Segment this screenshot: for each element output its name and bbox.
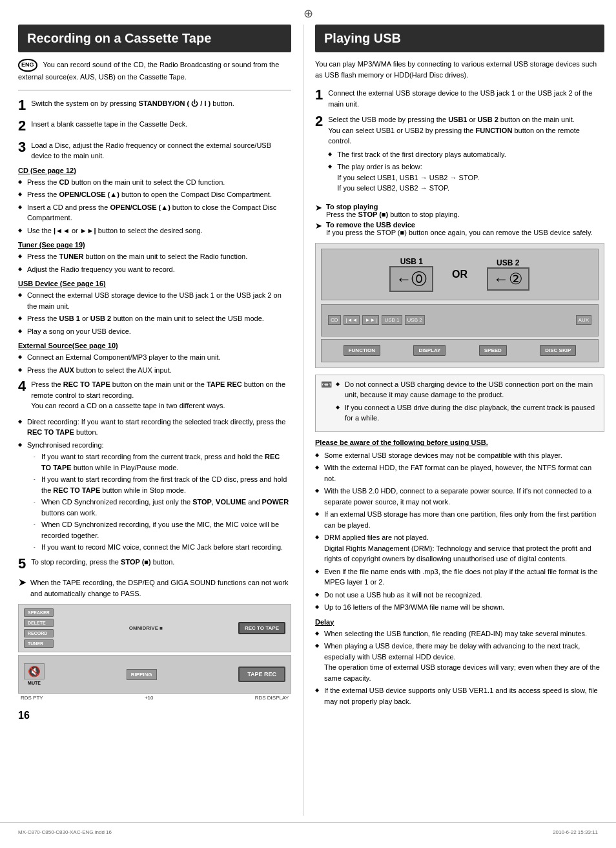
note-text: When the TAPE recording, the DSP/EQ and … [30,577,291,599]
usb1-arrow-icon: ←⓪ [389,266,433,292]
external-bullet-1: Connect an External Component/MP3 player… [18,352,291,363]
right-section-title: Playing USB [315,25,604,52]
tuner-bullet-list: Press the TUNER button on the main unit … [18,251,291,274]
page: ⊕ Recording on a Cassette Tape ENG You c… [0,0,616,848]
usb2-side-btn: USB 2 [405,315,425,325]
delay-list: When selecting the USB function, file re… [315,628,604,707]
speaker-btn: SPEAKER [24,608,54,617]
delay-3: If the external USB device supports only… [315,685,604,707]
delay-2: When playing a USB device, there may be … [315,641,604,683]
step4-direct-bullet: Direct recording: If you want to start r… [18,417,291,438]
usb1-port: USB 1 ←⓪ [387,257,436,292]
usb-ports-row: USB 1 ←⓪ OR USB 2 ←② [322,257,598,292]
warning-1: Do not connect a USB charging device to … [336,379,599,400]
step-1-num: 1 [18,98,26,114]
stop-playing-title: To stop playing [326,203,460,211]
stop-playing-text: Press the STOP (■) button to stop playin… [326,211,460,218]
compass-icon: ⊕ [303,6,313,21]
display-btn: DISPLAY [413,345,446,356]
right-step-2-block: 2 Select the USB mode by pressing the US… [315,114,604,198]
right-step-2-num: 2 [315,114,323,130]
disc-skip-btn: DISC SKIP [540,345,576,356]
remove-arrow-icon: ➤ [315,221,322,231]
cd-btn: CD [328,315,341,325]
step2-bullet-1: The first track of the first directory p… [328,149,604,160]
rds-labels: RDS PTY +10 RDS DISPLAY [18,694,291,702]
speed-btn: SPEED [479,345,507,356]
step-5-block: 5 To stop recording, press the STOP (■) … [18,557,291,572]
top-compass-bar: ⊕ [0,6,616,21]
aware-6: Even if the file name ends with .mp3, th… [315,566,604,588]
tape-rec-area: TAPE REC [238,667,285,682]
usb-device-bullet-list: Connect the external USB storage device … [18,290,291,336]
cd-bullet-4: Use the |◄◄ or ►►| button to select the … [18,225,291,236]
step-4-num: 4 [18,379,26,395]
function-btn: FUNCTION [344,345,380,356]
divider-1 [18,90,291,90]
usb-right-controls: AUX [576,315,591,325]
page-number: 16 [18,710,291,721]
usb-top-section: USB 1 ←⓪ OR USB 2 ←② [321,249,599,300]
mute-icon: 🔇 [24,663,45,679]
external-bullet-list: Connect an External Component/MP3 player… [18,352,291,375]
play-order-1: If you select USB1, USB1 → USB2 → STOP. [337,174,479,181]
usb-bottom-strip: CD |◄◄ ►►| USB 1 USB 2 AUX [321,304,599,336]
left-column: Recording on a Cassette Tape ENG You can… [0,25,303,816]
warning-block: 📼 Do not connect a USB charging device t… [315,375,604,432]
tuner-bullet-2: Adjust the Radio frequency you want to r… [18,264,291,275]
usb1-label: USB 1 [400,257,423,266]
aware-8: Up to 16 letters of the MP3/WMA file nam… [315,602,604,613]
stop-playing-block: ➤ To stop playing Press the STOP (■) but… [315,203,604,218]
note-arrow-icon: ➤ [18,576,26,588]
step2-bullets: The first track of the first directory p… [328,149,604,194]
usb1-side-btn: USB 1 [382,315,402,325]
remove-usb-content: To remove the USB device If you press th… [326,221,593,236]
external-section-title: External Source(See page 10) [18,342,291,349]
aware-4: If an external USB storage has more than… [315,509,604,530]
delay-title: Delay [315,618,604,626]
step-1-text: Switch the system on by pressing STANDBY… [31,98,291,109]
mute-label: MUTE [28,681,41,685]
cd-bullet-2: Press the OPEN/CLOSE (▲) button to open … [18,189,291,200]
step4-sync-bullet: Synchronised recording: If you want to s… [18,440,291,553]
eng-badge: ENG [18,59,37,72]
rec-to-tape-btn: REC TO TAPE [238,622,285,634]
cassette-right-controls: REC TO TAPE [238,622,285,634]
usb-bottom-controls: CD |◄◄ ►►| USB 1 USB 2 [328,315,425,325]
rds-display-label: RDS DISPLAY [255,695,289,701]
right-step-1-block: 1 Connect the external USB storage devic… [315,88,604,109]
step-3-text: Load a Disc, adjust the Radio frequency … [31,140,291,161]
step-5-text: To stop recording, press the STOP (■) bu… [31,557,291,568]
mute-area: 🔇 MUTE [24,663,45,685]
cassette-bot-device-img: 🔇 MUTE RIPPING TAPE REC [18,655,291,694]
external-bullet-2: Press the AUX button to select the AUX i… [18,365,291,376]
step-2-text: Insert a blank cassette tape in the Cass… [31,119,291,130]
stop-arrow-icon: ➤ [315,203,322,212]
tape-rec-big-btn: TAPE REC [238,667,285,682]
ripping-btn: RIPPING [127,669,157,680]
or-label: OR [452,269,467,280]
remove-usb-title: To remove the USB device [326,221,593,229]
footer-date: 2010-6-22 15:33:11 [553,829,598,835]
plus10-label: +10 [145,695,154,701]
sync-sub-5: If you want to record MIC voice, connect… [34,542,291,553]
aware-1: Some external USB storage devices may no… [315,450,604,461]
step-4-block: 4 Press the REC TO TAPE button on the ma… [18,379,291,411]
warning-list: Do not connect a USB charging device to … [336,379,599,424]
remove-usb-text: If you press the STOP (■) button once ag… [326,229,593,236]
cd-section-title: CD (See page 12) [18,167,291,174]
step-4-subtext: You can record a CD on a cassette tape i… [31,402,225,409]
right-step-1-num: 1 [315,88,323,103]
tuner-btn: TUNER [24,639,54,648]
warning-2: If you connect a USB drive during the di… [336,402,599,424]
usb-device-bullet-1: Connect the external USB storage device … [18,290,291,311]
delete-btn: DELETE [24,619,54,627]
left-section-title: Recording on a Cassette Tape [18,25,291,52]
sync-sub-3: When CD Synchronized recording, just onl… [34,497,291,518]
aware-5: DRM applied files are not played. Digita… [315,532,604,564]
omnidrive-label: OMNIDRIVE ■ [129,625,163,631]
usb-device-section-title: USB Device (See page 16) [18,280,291,287]
stop-playing-content: To stop playing Press the STOP (■) butto… [326,203,460,218]
page-footer: MX-C870-C850-C830-XAC-ENG.indd 16 2010-6… [0,822,616,835]
delay-1: When selecting the USB function, file re… [315,628,604,639]
